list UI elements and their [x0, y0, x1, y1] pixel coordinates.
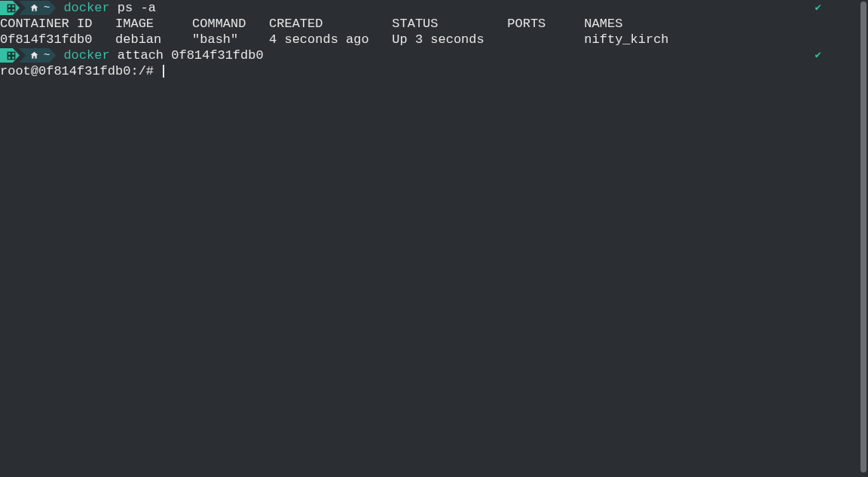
svg-rect-7: [12, 56, 15, 59]
svg-rect-6: [8, 56, 11, 59]
prompt-path-segment: ~: [19, 48, 56, 63]
svg-rect-5: [12, 52, 15, 55]
table-row: 0f814f31fdb0 debian "bash" 4 seconds ago…: [0, 32, 857, 47]
svg-rect-3: [12, 8, 15, 11]
prompt-tilde: ~: [44, 2, 50, 15]
success-check-icon: ✔: [815, 49, 821, 63]
prompt-line-2: ~ docker attach 0f814f31fdb0 ✔: [0, 47, 857, 63]
container-shell-prompt: root@0f814f31fdb0:/#: [0, 63, 857, 79]
home-icon: [29, 50, 39, 60]
success-check-icon: ✔: [815, 2, 821, 15]
distro-badge-icon: [0, 1, 20, 15]
scrollbar[interactable]: [860, 2, 866, 472]
prompt-line-1: ~ docker ps -a ✔: [0, 0, 857, 16]
prompt-path-segment: ~: [19, 1, 56, 15]
table-header-row: CONTAINER ID IMAGE COMMAND CREATED STATU…: [0, 16, 857, 32]
prompt-tilde: ~: [44, 49, 50, 63]
command-text-2: docker attach 0f814f31fdb0: [63, 47, 263, 63]
svg-rect-4: [8, 52, 11, 55]
terminal-output[interactable]: ~ docker ps -a ✔ CONTAINER ID IMAGE COMM…: [0, 0, 857, 79]
svg-rect-1: [12, 5, 15, 8]
cursor: [163, 65, 164, 78]
svg-rect-0: [8, 5, 11, 8]
command-text-1: docker ps -a: [63, 0, 155, 16]
home-icon: [29, 3, 39, 13]
scrollbar-thumb[interactable]: [860, 2, 866, 472]
distro-badge-icon: [0, 48, 20, 63]
svg-rect-2: [8, 8, 11, 11]
